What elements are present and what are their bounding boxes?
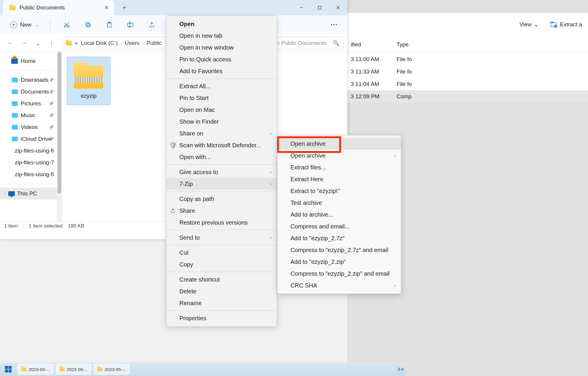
cm-defender[interactable]: 🛡️Scan with Microsoft Defender... bbox=[166, 139, 277, 151]
svg-point-5 bbox=[64, 26, 66, 27]
sidebar-home[interactable]: Home bbox=[0, 55, 57, 67]
submenu-item[interactable]: Add to archive... bbox=[277, 209, 401, 220]
submenu-item[interactable]: Add to "ezyzip_2.7z" bbox=[277, 232, 401, 244]
recent-locations-button[interactable]: ⌄ bbox=[32, 37, 44, 49]
rename-button[interactable] bbox=[124, 19, 138, 31]
search-input[interactable]: n Public Documents 🔍 bbox=[273, 37, 344, 49]
cm-pin-start[interactable]: Pin to Start bbox=[166, 92, 277, 104]
cm-open-with[interactable]: Open with... bbox=[166, 151, 277, 163]
sidebar-item[interactable]: zip-files-using-7 bbox=[0, 157, 57, 169]
sidebar-item[interactable]: Videos bbox=[0, 121, 57, 133]
bg-file-row[interactable]: 3 11:04 AMFile fo bbox=[347, 78, 588, 90]
file-name: ezyzip bbox=[81, 93, 97, 99]
cm-properties[interactable]: Properties bbox=[166, 312, 277, 324]
cm-open[interactable]: Open bbox=[166, 18, 277, 30]
submenu-item[interactable]: Extract to "ezyzip\" bbox=[277, 185, 401, 197]
submenu-item[interactable]: Compress and email... bbox=[277, 220, 401, 232]
close-window-button[interactable] bbox=[329, 0, 347, 15]
folder-icon bbox=[59, 367, 64, 371]
maximize-button[interactable] bbox=[311, 0, 329, 15]
submenu-item[interactable]: Open archive bbox=[277, 138, 401, 150]
col-type[interactable]: Type bbox=[397, 41, 426, 48]
submenu-item[interactable]: Extract Here bbox=[277, 173, 401, 185]
submenu-item-label: Extract files... bbox=[290, 164, 326, 171]
bg-file-row[interactable]: 3 12:09 PMComp bbox=[347, 90, 588, 103]
sidebar-item[interactable]: Pictures bbox=[0, 98, 57, 109]
extract-all-button[interactable]: Extract a bbox=[550, 21, 582, 28]
sidebar-scrollbar[interactable] bbox=[57, 52, 62, 221]
cm-send-to[interactable]: Send to› bbox=[166, 232, 277, 243]
cm-extract-all[interactable]: Extract All... bbox=[166, 80, 277, 92]
copy-button[interactable] bbox=[81, 19, 95, 31]
submenu-item-label: Add to archive... bbox=[290, 211, 333, 218]
taskbar-item[interactable]: 2023-05-... bbox=[93, 364, 130, 375]
breadcrumb-item[interactable]: Users bbox=[125, 40, 139, 46]
svg-rect-1 bbox=[551, 22, 553, 23]
taskbar-item[interactable]: 2023-05-... bbox=[56, 364, 92, 375]
cm-rename[interactable]: Rename bbox=[166, 297, 277, 309]
taskbar-item[interactable]: 2023-05-... bbox=[17, 364, 54, 375]
breadcrumb-item[interactable]: Public bbox=[147, 40, 162, 46]
cut-button[interactable] bbox=[60, 19, 74, 31]
scrollbar-thumb[interactable] bbox=[58, 52, 61, 194]
cm-add-favorites[interactable]: Add to Favorites bbox=[166, 65, 277, 77]
back-button[interactable]: ← bbox=[5, 37, 17, 49]
sidebar-item[interactable]: Downloads bbox=[0, 74, 57, 86]
cm-copy[interactable]: Copy bbox=[166, 259, 277, 270]
cm-show-in-finder[interactable]: Show in Finder bbox=[166, 116, 277, 127]
separator bbox=[166, 245, 277, 245]
submenu-item[interactable]: Compress to "ezyzip_2.7z" and email bbox=[277, 244, 401, 256]
tab-public-documents[interactable]: Public Documents ✕ bbox=[3, 0, 114, 15]
submenu-item-label: Open archive bbox=[290, 152, 326, 159]
cm-create-shortcut[interactable]: Create shortcut bbox=[166, 274, 277, 285]
close-tab-icon[interactable]: ✕ bbox=[104, 4, 109, 11]
view-button[interactable]: View ⌄ bbox=[519, 21, 539, 28]
file-ezyzip[interactable]: ezyzip bbox=[67, 57, 111, 105]
submenu-item[interactable]: Add to "ezyzip_2.zip" bbox=[277, 256, 401, 268]
sidebar-item[interactable]: zip-files-using-fi bbox=[0, 169, 57, 180]
bg-file-row[interactable]: 3 11:00 AMFile fo bbox=[347, 53, 588, 66]
new-button[interactable]: + New ⌄ bbox=[6, 19, 43, 31]
cm-restore[interactable]: Restore previous versions bbox=[166, 217, 277, 228]
taskbar-clock[interactable]: 3-4 bbox=[398, 367, 404, 372]
cm-7zip[interactable]: 7-Zip› bbox=[166, 178, 277, 190]
submenu-item[interactable]: Test archive bbox=[277, 197, 401, 209]
minimize-button[interactable] bbox=[292, 0, 311, 15]
submenu-item[interactable]: CRC SHA› bbox=[277, 279, 401, 291]
cm-share-on[interactable]: Share on› bbox=[166, 127, 277, 139]
taskbar: 2023-05-...2023-05-...2023-05-... 3-4 bbox=[0, 362, 405, 376]
breadcrumb-item[interactable]: Local Disk (C:) bbox=[81, 40, 118, 46]
cm-open-on-mac[interactable]: Open on Mac bbox=[166, 104, 277, 116]
submenu-item[interactable]: Extract files... bbox=[277, 161, 401, 173]
cm-cut[interactable]: Cut bbox=[166, 247, 277, 259]
folder-icon bbox=[12, 113, 18, 118]
cm-open-new-window[interactable]: Open in new window bbox=[166, 42, 277, 53]
submenu-item[interactable]: Compress to "ezyzip_2.zip" and email bbox=[277, 268, 401, 279]
cm-copy-path[interactable]: Copy as path bbox=[166, 193, 277, 205]
col-modified[interactable]: ified bbox=[351, 41, 397, 48]
cm-pin-quick-access[interactable]: Pin to Quick access bbox=[166, 53, 277, 65]
sidebar-this-pc[interactable]: › This PC bbox=[0, 188, 57, 200]
share-button[interactable] bbox=[145, 19, 159, 31]
cm-share[interactable]: Share bbox=[166, 205, 277, 217]
cm-give-access[interactable]: Give access to› bbox=[166, 166, 277, 178]
up-button[interactable]: ↑ bbox=[46, 37, 57, 49]
chevron-right-icon: › bbox=[165, 41, 166, 45]
start-button[interactable] bbox=[0, 363, 17, 375]
bg-file-row[interactable]: 3 11:33 AMFile fo bbox=[347, 66, 588, 78]
sidebar-item[interactable]: zip-files-using-fi bbox=[0, 145, 57, 157]
cm-open-new-tab[interactable]: Open in new tab bbox=[166, 30, 277, 42]
forward-button[interactable]: → bbox=[18, 37, 30, 49]
sidebar-item[interactable]: Music bbox=[0, 109, 57, 121]
paste-button[interactable] bbox=[102, 19, 116, 31]
cell-date: 3 11:33 AM bbox=[351, 68, 397, 75]
sidebar-item[interactable]: Documents bbox=[0, 86, 57, 98]
more-button[interactable]: ··· bbox=[327, 21, 341, 29]
new-tab-button[interactable]: + bbox=[122, 4, 126, 12]
taskbar-item-label: 2023-05-... bbox=[67, 367, 88, 372]
submenu-item[interactable]: Open archive› bbox=[277, 150, 401, 161]
sidebar-item[interactable]: iCloud Drive bbox=[0, 133, 57, 145]
cell-type: File fo bbox=[397, 68, 426, 75]
cm-delete[interactable]: Delete bbox=[166, 285, 277, 297]
folder-icon bbox=[22, 367, 27, 371]
